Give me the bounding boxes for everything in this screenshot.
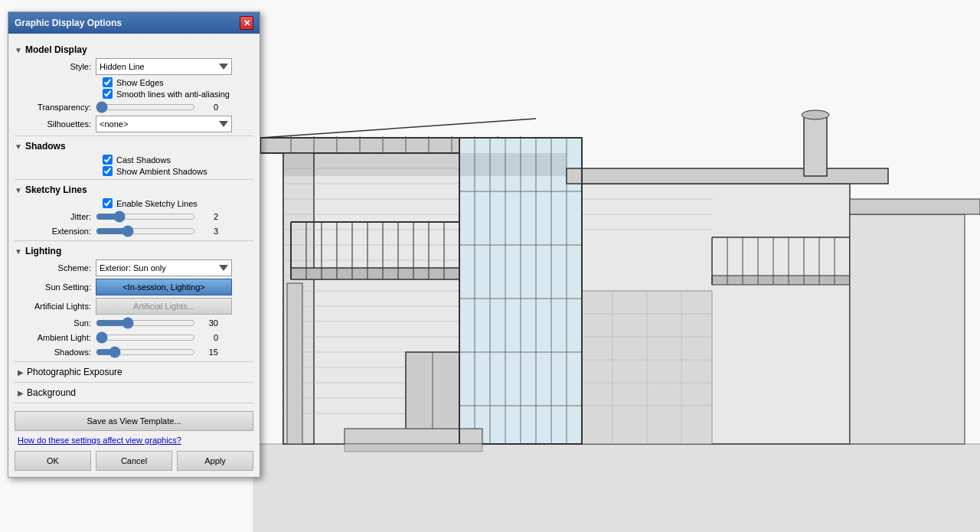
ambient-light-value: 0 xyxy=(200,333,218,342)
svg-rect-80 xyxy=(850,214,965,444)
sketchy-lines-label: Sketchy Lines xyxy=(25,184,87,195)
cast-shadows-checkbox[interactable] xyxy=(103,155,113,165)
graphic-display-options-dialog: Graphic Display Options ✕ ▼ Model Displa… xyxy=(8,11,260,478)
model-display-section-header[interactable]: ▼ Model Display xyxy=(15,44,253,55)
lighting-section-header[interactable]: ▼ Lighting xyxy=(15,246,253,256)
silhouettes-row: Silhouettes: <none> 1 2 3 4 5 xyxy=(15,116,253,132)
jitter-label: Jitter: xyxy=(22,212,91,221)
cast-shadows-row: Cast Shadows xyxy=(15,155,253,165)
divider-1 xyxy=(15,135,253,136)
extension-slider-container: 3 xyxy=(96,225,253,237)
model-display-label: Model Display xyxy=(25,44,87,55)
extension-value: 3 xyxy=(200,227,218,236)
background-label: Background xyxy=(27,387,76,398)
apply-button[interactable]: Apply xyxy=(177,451,253,471)
scheme-dropdown[interactable]: Exterior: Sun only Interior: Sun and Art… xyxy=(96,259,232,276)
sun-slider[interactable] xyxy=(96,317,195,329)
sun-label: Sun: xyxy=(22,318,91,328)
ok-button[interactable]: OK xyxy=(15,451,91,471)
enable-sketchy-label: Enable Sketchy Lines xyxy=(116,199,198,208)
enable-sketchy-row: Enable Sketchy Lines xyxy=(15,198,253,208)
dialog-content: ▼ Model Display Style: Hidden Line Wiref… xyxy=(8,34,260,477)
svg-rect-106 xyxy=(345,444,482,452)
ambient-shadows-row: Show Ambient Shadows xyxy=(15,166,253,176)
jitter-slider-container: 2 xyxy=(96,211,253,223)
sun-slider-container: 30 xyxy=(96,317,253,329)
silhouettes-dropdown[interactable]: <none> 1 2 3 4 5 xyxy=(96,116,232,132)
divider-5 xyxy=(15,382,253,383)
ambient-shadows-checkbox[interactable] xyxy=(103,166,113,176)
sun-value: 30 xyxy=(200,318,218,328)
svg-rect-31 xyxy=(567,168,888,184)
artificial-lights-button[interactable]: Artificial Lights... xyxy=(96,298,232,315)
model-display-arrow: ▼ xyxy=(15,46,22,54)
photographic-exposure-arrow: ▶ xyxy=(18,368,24,377)
cast-shadows-label: Cast Shadows xyxy=(116,155,171,165)
help-link[interactable]: How do these settings affect view graphi… xyxy=(15,436,253,445)
sun-setting-label: Sun Setting: xyxy=(22,282,91,292)
style-row: Style: Hidden Line Wireframe Shaded Shad… xyxy=(15,58,253,75)
cancel-button[interactable]: Cancel xyxy=(96,451,172,471)
shadows-section-header[interactable]: ▼ Shadows xyxy=(15,141,253,152)
divider-4 xyxy=(15,361,253,362)
sun-row: Sun: 30 xyxy=(15,317,253,329)
extension-row: Extension: 3 xyxy=(15,225,253,237)
show-edges-label: Show Edges xyxy=(116,78,164,87)
sun-setting-button[interactable]: <In-session, Lighting> xyxy=(96,279,232,295)
lighting-arrow: ▼ xyxy=(15,247,22,256)
style-label: Style: xyxy=(22,62,91,71)
shadows-label: Shadows xyxy=(25,141,66,152)
transparency-slider-container: 0 xyxy=(96,101,253,113)
style-dropdown[interactable]: Hidden Line Wireframe Shaded Shaded with… xyxy=(96,58,232,75)
smooth-lines-checkbox[interactable] xyxy=(103,89,113,99)
shadows-slider[interactable] xyxy=(96,346,195,358)
ambient-light-row: Ambient Light: 0 xyxy=(15,331,253,344)
enable-sketchy-checkbox[interactable] xyxy=(103,198,113,208)
dialog-title: Graphic Display Options xyxy=(15,18,122,28)
photographic-exposure-section[interactable]: ▶ Photographic Exposure xyxy=(15,365,253,379)
ambient-shadows-label: Show Ambient Shadows xyxy=(116,167,207,176)
shadows-slider-value: 15 xyxy=(200,348,218,357)
sketchy-lines-arrow: ▼ xyxy=(15,186,22,194)
bottom-buttons-row: OK Cancel Apply xyxy=(15,451,253,471)
extension-label: Extension: xyxy=(22,227,91,236)
smooth-lines-label: Smooth lines with anti-aliasing xyxy=(116,90,230,99)
ambient-light-slider[interactable] xyxy=(96,331,195,344)
lighting-label: Lighting xyxy=(25,246,61,256)
jitter-row: Jitter: 2 xyxy=(15,211,253,223)
svg-rect-1 xyxy=(253,444,980,532)
scheme-label: Scheme: xyxy=(22,263,91,273)
divider-2 xyxy=(15,179,253,180)
ambient-light-label: Ambient Light: xyxy=(22,333,91,342)
shadows-slider-container: 15 xyxy=(96,346,253,358)
photographic-exposure-label: Photographic Exposure xyxy=(27,367,122,377)
artificial-lights-label: Artificial Lights: xyxy=(22,302,91,311)
background-arrow: ▶ xyxy=(18,389,24,397)
shadows-slider-label: Shadows: xyxy=(22,348,91,357)
ambient-light-slider-container: 0 xyxy=(96,331,253,344)
svg-rect-68 xyxy=(712,276,850,285)
svg-rect-81 xyxy=(850,199,980,214)
show-edges-checkbox[interactable] xyxy=(103,77,113,87)
transparency-label: Transparency: xyxy=(22,103,91,112)
save-view-template-button[interactable]: Save as View Template... xyxy=(15,411,253,431)
divider-6 xyxy=(15,403,253,403)
sun-setting-row: Sun Setting: <In-session, Lighting> xyxy=(15,279,253,295)
divider-3 xyxy=(15,240,253,241)
transparency-value: 0 xyxy=(200,103,218,112)
extension-slider[interactable] xyxy=(96,225,195,237)
jitter-slider[interactable] xyxy=(96,211,195,223)
svg-rect-104 xyxy=(283,153,567,176)
background-section[interactable]: ▶ Background xyxy=(15,386,253,400)
transparency-slider[interactable] xyxy=(96,101,195,113)
silhouettes-label: Silhouettes: xyxy=(22,119,91,129)
dialog-close-button[interactable]: ✕ xyxy=(240,16,253,30)
sketchy-lines-section-header[interactable]: ▼ Sketchy Lines xyxy=(15,184,253,195)
svg-rect-32 xyxy=(804,115,827,176)
shadows-slider-row: Shadows: 15 xyxy=(15,346,253,358)
svg-rect-105 xyxy=(345,429,482,444)
transparency-row: Transparency: 0 xyxy=(15,101,253,113)
shadows-arrow: ▼ xyxy=(15,142,22,151)
show-edges-row: Show Edges xyxy=(15,77,253,87)
dialog-titlebar: Graphic Display Options ✕ xyxy=(8,12,260,34)
